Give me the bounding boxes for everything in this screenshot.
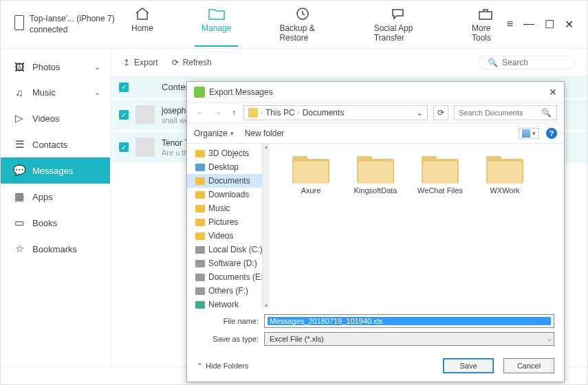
tree-item-label: Desktop <box>208 162 239 172</box>
videos-icon: ▷ <box>13 112 25 124</box>
folder-item[interactable]: WeChat Files <box>413 155 468 195</box>
tree-item[interactable]: Downloads <box>187 188 262 201</box>
tree-item[interactable]: Network <box>187 298 262 309</box>
search-input[interactable] <box>502 58 564 67</box>
back-icon[interactable]: ← <box>194 108 206 118</box>
sidebar-item-books[interactable]: ▭Books <box>1 210 110 236</box>
tree-item[interactable]: Documents <box>187 174 262 188</box>
sidebar-item-apps[interactable]: ▦Apps <box>1 184 110 210</box>
breadcrumb-item[interactable]: This PC <box>265 108 295 118</box>
tree-item[interactable]: Software (D:) <box>187 256 262 270</box>
tree-item-label: 3D Objects <box>208 148 249 158</box>
folder-icon <box>422 155 459 184</box>
tree-item[interactable]: Local Disk (C:) <box>187 243 262 256</box>
sidebar-item-music[interactable]: ♫Music⌄ <box>1 80 110 105</box>
tree-folder-icon <box>195 205 205 212</box>
refresh-button[interactable]: ⟳Refresh <box>172 58 212 67</box>
dialog-search-input[interactable] <box>459 109 541 117</box>
folder-label: WXWork <box>490 186 519 195</box>
sidebar-item-videos[interactable]: ▷Videos <box>1 105 110 131</box>
nav-home[interactable]: Home <box>124 3 160 47</box>
dialog-search[interactable]: 🔍 <box>454 105 557 120</box>
apps-icon: ▦ <box>13 190 25 203</box>
minimize-icon[interactable]: — <box>523 18 534 31</box>
bookmarks-icon: ☆ <box>13 243 25 255</box>
phone-icon <box>14 15 24 30</box>
nav-label: Backup & Restore <box>279 23 325 43</box>
dialog-titlebar: Export Messages ✕ <box>187 82 564 102</box>
tree-folder-icon <box>195 287 205 295</box>
forward-icon[interactable]: → <box>212 108 224 118</box>
breadcrumb[interactable]: › This PC › Documents ⌄ <box>243 105 428 120</box>
search-box[interactable]: 🔍 <box>479 56 575 69</box>
svg-rect-1 <box>479 12 492 19</box>
save-type-select[interactable]: Excel File (*.xls)⌄ <box>264 332 554 346</box>
tree-item[interactable]: 3D Objects <box>187 146 262 160</box>
row-checkbox[interactable]: ✓ <box>119 110 129 120</box>
folder-item[interactable]: KingsoftData <box>348 155 403 195</box>
menu-icon[interactable]: ≡ <box>507 18 513 31</box>
export-button[interactable]: ↥Export <box>123 58 158 67</box>
sidebar-item-contacts[interactable]: ☰Contacts <box>1 131 110 157</box>
nav-manage[interactable]: Manage <box>195 3 238 47</box>
nav-refresh-icon[interactable]: ⟳ <box>433 105 448 120</box>
nav-label: Home <box>131 23 153 33</box>
window-controls: ≡ — ☐ ✕ <box>507 18 574 31</box>
view-mode-button[interactable]: ▾ <box>519 128 539 139</box>
export-dialog: Export Messages ✕ ← → ↑ › This PC › Docu… <box>186 81 565 382</box>
breadcrumb-item[interactable]: Documents <box>303 108 345 118</box>
hide-folders-button[interactable]: ⌃Hide Folders <box>197 362 248 371</box>
social-icon <box>389 7 409 21</box>
sidebar-item-label: Messages <box>32 166 73 176</box>
tree-item[interactable]: Desktop <box>187 160 262 174</box>
sidebar-item-bookmarks[interactable]: ☆Bookmarks <box>1 236 110 262</box>
dialog-close-icon[interactable]: ✕ <box>549 87 557 98</box>
sidebar-item-label: Videos <box>32 113 60 124</box>
help-icon[interactable]: ? <box>546 128 557 139</box>
new-folder-button[interactable]: New folder <box>245 129 284 138</box>
save-button[interactable]: Save <box>443 358 494 373</box>
save-type-label: Save as type: <box>197 335 259 343</box>
save-type-value: Excel File (*.xls) <box>268 335 551 343</box>
nav-label: Social App Transfer <box>374 23 424 43</box>
tree-item-label: Documents (E:) <box>208 272 263 282</box>
dropdown-icon[interactable]: ⌄ <box>547 318 552 324</box>
folder-label: Axure <box>301 186 321 195</box>
tree-scrollbar[interactable]: ▴▾ <box>263 144 270 309</box>
tree-item[interactable]: Videos <box>187 229 262 243</box>
breadcrumb-dropdown-icon[interactable]: ⌄ <box>416 108 423 118</box>
tree-folder-icon <box>195 164 205 171</box>
file-name-input[interactable]: Messages_20180719_101940.xls⌄ <box>264 314 554 328</box>
tree-folder-icon <box>195 246 205 254</box>
tree-item[interactable]: Pictures <box>187 215 262 229</box>
tree-folder-icon <box>195 177 205 185</box>
nav-tools[interactable]: More Tools <box>465 3 507 47</box>
nav-backup[interactable]: Backup & Restore <box>272 3 332 47</box>
music-icon: ♫ <box>13 87 25 98</box>
dropdown-icon: ▾ <box>532 130 536 137</box>
sidebar-item-messages[interactable]: 💬Messages <box>1 157 110 184</box>
tree-item[interactable]: Music <box>187 201 262 215</box>
dropdown-icon[interactable]: ⌄ <box>547 336 552 342</box>
organize-button[interactable]: Organize▾ <box>194 129 234 138</box>
close-icon[interactable]: ✕ <box>565 18 574 31</box>
row-checkbox[interactable]: ✓ <box>119 142 129 152</box>
folder-item[interactable]: Axure <box>283 155 338 195</box>
nav-social[interactable]: Social App Transfer <box>367 3 431 47</box>
sidebar-item-label: Photos <box>32 62 60 72</box>
tree-item-label: Local Disk (C:) <box>208 245 263 254</box>
tree-item-label: Pictures <box>208 217 238 227</box>
tree-item[interactable]: Documents (E:) <box>187 270 262 284</box>
select-all-checkbox[interactable]: ✓ <box>119 82 129 92</box>
refresh-label: Refresh <box>183 58 212 67</box>
app-icon <box>194 87 205 98</box>
up-icon[interactable]: ↑ <box>230 108 238 118</box>
tree-item[interactable]: Others (F:) <box>187 284 262 298</box>
folder-item[interactable]: WXWork <box>477 155 532 195</box>
maximize-icon[interactable]: ☐ <box>545 18 554 31</box>
sidebar-item-photos[interactable]: 🖼Photos⌄ <box>1 54 110 80</box>
tree-folder-icon <box>195 274 205 281</box>
content-toolbar: ↥Export ⟳Refresh 🔍 <box>111 49 587 76</box>
folder-tree: 3D ObjectsDesktopDocumentsDownloadsMusic… <box>187 144 263 309</box>
cancel-button[interactable]: Cancel <box>503 358 554 373</box>
